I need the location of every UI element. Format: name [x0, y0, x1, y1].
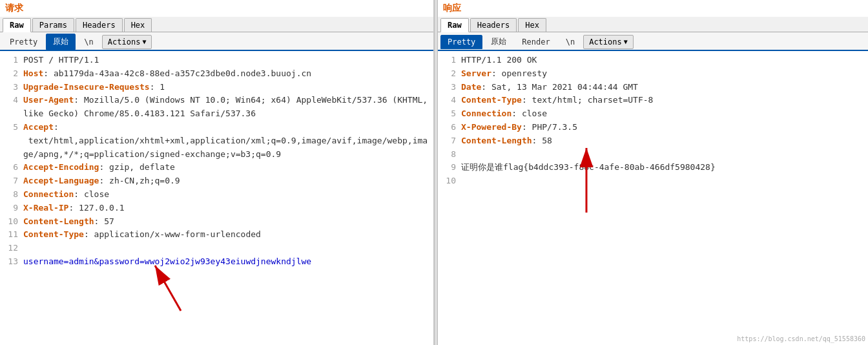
line-content: Date: Sat, 13 Mar 2021 04:44:44 GMT — [461, 81, 863, 94]
right-tab-bar: Raw Headers Hex — [438, 17, 868, 32]
line-content: 证明你是谁flag{b4ddc393-f88c-4afe-80ab-466df5… — [461, 161, 863, 174]
line-number: 6 — [5, 161, 18, 174]
table-row: 9证明你是谁flag{b4ddc393-f88c-4afe-80ab-466df… — [443, 161, 863, 174]
table-row: 13username=admin&password=wwoj2wio2jw93e… — [5, 255, 428, 269]
table-row: 3Date: Sat, 13 Mar 2021 04:44:44 GMT — [443, 81, 863, 94]
tab-hex-right[interactable]: Hex — [518, 18, 546, 32]
table-row: 1HTTP/1.1 200 OK — [443, 54, 863, 67]
line-number: 9 — [5, 202, 18, 215]
line-number: 6 — [443, 121, 456, 134]
tab-headers-right[interactable]: Headers — [470, 18, 517, 32]
table-row: 7Content-Length: 58 — [443, 134, 863, 148]
chevron-down-icon-right: ▼ — [624, 38, 628, 45]
line-content: HTTP/1.1 200 OK — [461, 54, 863, 67]
line-content: Accept-Encoding: gzip, deflate — [23, 161, 428, 174]
tab-headers-left[interactable]: Headers — [76, 18, 123, 32]
line-content — [23, 242, 428, 255]
left-panel-title: 请求 — [0, 0, 433, 17]
tab-raw-right[interactable]: Raw — [440, 18, 469, 32]
tab-hex-left[interactable]: Hex — [124, 18, 152, 32]
line-content: X-Powered-By: PHP/7.3.5 — [461, 121, 863, 134]
right-subtab-bar: Pretty 原始 Render \n Actions ▼ — [438, 32, 868, 51]
subtab-pretty-left[interactable]: Pretty — [3, 35, 45, 49]
chevron-down-icon-left: ▼ — [142, 38, 146, 45]
line-number: 13 — [5, 255, 18, 269]
right-content-area: 1HTTP/1.1 200 OK2Server: openresty3Date:… — [438, 51, 868, 345]
subtab-newline-right[interactable]: \n — [559, 35, 582, 49]
line-number: 2 — [443, 67, 456, 81]
line-number: 7 — [443, 134, 456, 148]
line-content: Upgrade-Insecure-Requests: 1 — [23, 81, 428, 94]
actions-button-left[interactable]: Actions ▼ — [102, 35, 152, 49]
line-content: User-Agent: Mozilla/5.0 (Windows NT 10.0… — [23, 94, 428, 121]
line-number: 8 — [5, 188, 18, 202]
line-content: Connection: close — [23, 188, 428, 202]
line-content: Connection: close — [461, 107, 863, 121]
line-content: text/html,application/xhtml+xml,applicat… — [23, 134, 428, 162]
table-row: 6Accept-Encoding: gzip, deflate — [5, 161, 428, 174]
line-number: 1 — [5, 54, 18, 67]
table-row: 9X-Real-IP: 127.0.0.1 — [5, 202, 428, 215]
line-content: Accept-Language: zh-CN,zh;q=0.9 — [23, 174, 428, 188]
table-row: 5Connection: close — [443, 107, 863, 121]
line-number: 12 — [5, 242, 18, 255]
table-row: 5Accept: — [5, 121, 428, 134]
tab-params[interactable]: Params — [32, 18, 74, 32]
line-content: Content-Length: 57 — [23, 215, 428, 229]
table-row: text/html,application/xhtml+xml,applicat… — [5, 134, 428, 162]
subtab-pretty-right[interactable]: Pretty — [440, 35, 482, 49]
subtab-render[interactable]: Render — [515, 35, 557, 49]
line-number: 1 — [443, 54, 456, 67]
line-content: Server: openresty — [461, 67, 863, 81]
line-content: Content-Type: application/x-www-form-url… — [23, 228, 428, 242]
line-number: 4 — [443, 94, 456, 107]
table-row: 2Server: openresty — [443, 67, 863, 81]
line-content — [461, 148, 863, 162]
table-row: 1POST / HTTP/1.1 — [5, 54, 428, 67]
subtab-raw-left[interactable]: 原始 — [46, 34, 76, 50]
table-row: 2Host: ab1179da-43aa-42c8-88ed-a357c23db… — [5, 67, 428, 81]
table-row: 12 — [5, 242, 428, 255]
line-content: Host: ab1179da-43aa-42c8-88ed-a357c23dbe… — [23, 67, 428, 81]
table-row: 8 — [443, 148, 863, 162]
subtab-newline-left[interactable]: \n — [77, 35, 100, 49]
line-number: 5 — [443, 107, 456, 121]
table-row: 6X-Powered-By: PHP/7.3.5 — [443, 121, 863, 134]
table-row: 3Upgrade-Insecure-Requests: 1 — [5, 81, 428, 94]
line-number: 3 — [5, 81, 18, 94]
line-number: 4 — [5, 94, 18, 121]
line-number: 11 — [5, 228, 18, 242]
line-number: 9 — [443, 161, 456, 174]
line-number: 10 — [443, 174, 456, 188]
table-row: 4Content-Type: text/html; charset=UTF-8 — [443, 94, 863, 107]
line-content — [461, 174, 863, 188]
line-number — [5, 134, 18, 162]
left-subtab-bar: Pretty 原始 \n Actions ▼ — [0, 32, 433, 51]
actions-button-right[interactable]: Actions ▼ — [583, 35, 634, 49]
line-content: X-Real-IP: 127.0.0.1 — [23, 202, 428, 215]
line-number: 7 — [5, 174, 18, 188]
table-row: 7Accept-Language: zh-CN,zh;q=0.9 — [5, 174, 428, 188]
svg-line-1 — [155, 266, 181, 311]
line-content: username=admin&password=wwoj2wio2jw93ey4… — [23, 255, 428, 269]
line-content: Content-Type: text/html; charset=UTF-8 — [461, 94, 863, 107]
line-content: POST / HTTP/1.1 — [23, 54, 428, 67]
subtab-raw-right[interactable]: 原始 — [484, 34, 513, 50]
table-row: 10Content-Length: 57 — [5, 215, 428, 229]
line-number: 5 — [5, 121, 18, 134]
line-number: 8 — [443, 148, 456, 162]
line-number: 3 — [443, 81, 456, 94]
line-number: 10 — [5, 215, 18, 229]
table-row: 11Content-Type: application/x-www-form-u… — [5, 228, 428, 242]
line-content: Accept: — [23, 121, 428, 134]
actions-label-left: Actions — [108, 37, 141, 47]
line-content: Content-Length: 58 — [461, 134, 863, 148]
actions-label-right: Actions — [589, 37, 622, 47]
left-tab-bar: Raw Params Headers Hex — [0, 17, 433, 32]
watermark: https://blog.csdn.net/qq_51558360 — [737, 335, 865, 342]
table-row: 8Connection: close — [5, 188, 428, 202]
table-row: 4User-Agent: Mozilla/5.0 (Windows NT 10.… — [5, 94, 428, 121]
line-number: 2 — [5, 67, 18, 81]
table-row: 10 — [443, 174, 863, 188]
tab-raw-left[interactable]: Raw — [3, 18, 31, 32]
